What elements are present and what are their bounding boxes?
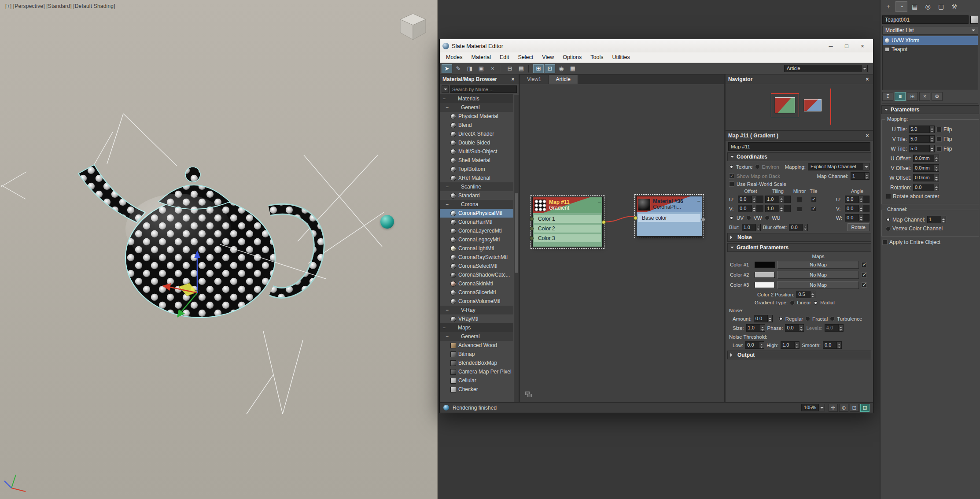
- u-angle-spinner[interactable]: 0.0: [845, 196, 869, 203]
- layout-all-button[interactable]: ⊞: [533, 64, 544, 73]
- browser-item[interactable]: CoronaHairMtl: [440, 218, 513, 226]
- navigator-material-node-thumb[interactable]: [804, 99, 822, 111]
- zoom-tool-icon[interactable]: ⊕: [839, 404, 848, 412]
- navigator-gradient-node-thumb[interactable]: [775, 97, 795, 113]
- low-spinner[interactable]: 0.0: [745, 341, 764, 349]
- menu-item[interactable]: Select: [514, 52, 538, 63]
- uv-radio[interactable]: [729, 215, 734, 220]
- layout-children-button[interactable]: ⊡: [545, 64, 555, 73]
- slot-socket[interactable]: [530, 237, 534, 240]
- vertex-color-channel-radio[interactable]: [886, 226, 891, 231]
- browser-item[interactable]: Advanced Wood: [440, 341, 513, 350]
- fractal-radio[interactable]: [805, 316, 810, 321]
- no-map-button[interactable]: No Map: [777, 281, 859, 289]
- browser-item[interactable]: CoronaLightMtl: [440, 244, 513, 253]
- browser-item[interactable]: Cellular: [440, 376, 513, 385]
- hide-unused-nodeslots-button[interactable]: ⊟: [505, 64, 515, 73]
- show-background-button[interactable]: ▤: [516, 64, 527, 73]
- menu-item[interactable]: Tools: [586, 52, 608, 63]
- spinner-up-icon[interactable]: [934, 174, 939, 178]
- object-name-field[interactable]: [882, 15, 969, 24]
- mapping-dropdown[interactable]: Explicit Map Channel: [808, 163, 869, 170]
- rollout-coordinates[interactable]: Coordinates: [727, 152, 871, 161]
- high-spinner[interactable]: 1.0: [781, 341, 799, 349]
- v-tile-checkbox[interactable]: [811, 206, 816, 211]
- u-tile-checkbox[interactable]: [811, 197, 816, 202]
- v-mirror-checkbox[interactable]: [797, 206, 802, 211]
- browser-item[interactable]: CoronaSelectMtl: [440, 262, 513, 270]
- gradient-map-node[interactable]: Map #11 Gradient − Color 1: [532, 197, 603, 247]
- browser-item[interactable]: CoronaPhysicalMtl: [440, 209, 513, 218]
- browser-item[interactable]: Double Sided: [440, 138, 513, 147]
- browser-item[interactable]: V-Ray: [440, 306, 513, 314]
- spinner-down-icon[interactable]: [756, 227, 760, 231]
- hierarchy-tab[interactable]: ▤: [909, 1, 921, 12]
- modifier-icon[interactable]: [885, 38, 889, 43]
- rollout-gradient-parameters[interactable]: Gradient Parameters: [727, 243, 871, 252]
- spinner-down-icon[interactable]: [865, 176, 869, 180]
- slot-socket[interactable]: [530, 217, 534, 221]
- navigator-canvas[interactable]: [726, 84, 873, 131]
- viewport-label[interactable]: [+] [Perspective] [Standard] [Default Sh…: [5, 3, 115, 9]
- v-tile-spinner[interactable]: 5.0: [909, 135, 935, 143]
- texture-radio[interactable]: [729, 164, 734, 169]
- browser-item[interactable]: Maps: [440, 323, 513, 332]
- modifier-list-dropdown[interactable]: Modifier List: [882, 26, 978, 35]
- linear-radio[interactable]: [790, 300, 795, 305]
- slot-socket[interactable]: [530, 227, 534, 231]
- browser-scrollbar[interactable]: [514, 95, 519, 402]
- tab-article[interactable]: Article: [549, 75, 578, 84]
- pan-tool-icon[interactable]: ✛: [829, 404, 838, 412]
- zoom-region-icon[interactable]: ⊞: [860, 404, 869, 412]
- slate-titlebar[interactable]: Slate Material Editor ─ □ ×: [440, 39, 873, 52]
- material-node-thumbnail[interactable]: [638, 198, 651, 211]
- browser-item[interactable]: CoronaSlicerMtl: [440, 288, 513, 297]
- select-tool-button[interactable]: ➤: [442, 64, 452, 73]
- spinner-up-icon[interactable]: [779, 205, 784, 209]
- zoom-level-dropdown[interactable]: 105%: [801, 404, 825, 411]
- size-spinner[interactable]: 1.0: [746, 324, 765, 332]
- browser-item[interactable]: Scanline: [440, 182, 513, 191]
- gradient-output-socket[interactable]: [602, 220, 606, 224]
- assign-material-to-selection-button[interactable]: ◨: [464, 64, 475, 73]
- spinner-down-icon[interactable]: [803, 227, 807, 231]
- browser-item[interactable]: General: [440, 103, 513, 112]
- modifier-stack-row[interactable]: Teapot: [883, 45, 978, 54]
- browser-item[interactable]: Materials: [440, 94, 513, 103]
- spinner-down-icon[interactable]: [930, 139, 934, 143]
- menu-item[interactable]: Edit: [495, 52, 514, 63]
- material-output-socket[interactable]: [701, 218, 705, 222]
- browser-item[interactable]: Multi/Sub-Object: [440, 147, 513, 156]
- menu-item[interactable]: Options: [558, 52, 586, 63]
- spinner-up-icon[interactable]: [941, 216, 946, 220]
- display-tab[interactable]: ▢: [935, 1, 947, 12]
- u-flip-checkbox[interactable]: [936, 127, 942, 132]
- spinner-down-icon[interactable]: [934, 188, 939, 191]
- turbulence-radio[interactable]: [830, 316, 835, 321]
- spinner-down-icon[interactable]: [941, 220, 946, 223]
- browser-item[interactable]: Checker: [440, 385, 513, 394]
- spinner-down-icon[interactable]: [934, 159, 939, 162]
- v-angle-spinner[interactable]: 0.0: [845, 205, 869, 212]
- blur-spinner[interactable]: 1.0: [742, 224, 761, 231]
- pick-material-from-object-button[interactable]: ✎: [453, 64, 464, 73]
- map-channel-spinner-cp[interactable]: 1: [927, 216, 946, 223]
- map-enable-checkbox[interactable]: [862, 262, 867, 267]
- spinner-up-icon[interactable]: [934, 184, 939, 188]
- browser-item[interactable]: Blend: [440, 121, 513, 129]
- browser-item[interactable]: VRayMtl: [440, 314, 513, 323]
- environ-radio[interactable]: [755, 164, 760, 169]
- spinner-down-icon[interactable]: [752, 200, 756, 203]
- map-channel-spinner[interactable]: 1: [851, 172, 869, 180]
- spinner-down-icon[interactable]: [839, 328, 843, 332]
- color-swatch[interactable]: [755, 282, 775, 288]
- rotate-about-center-checkbox[interactable]: [886, 194, 891, 199]
- toolbar-button[interactable]: [500, 65, 503, 73]
- node-slot[interactable]: Color 3: [534, 234, 601, 242]
- radial-radio[interactable]: [813, 300, 818, 305]
- no-map-button[interactable]: No Map: [777, 271, 859, 279]
- browser-item[interactable]: CoronaVolumeMtl: [440, 297, 513, 306]
- color-swatch[interactable]: [755, 262, 775, 268]
- map-enable-checkbox[interactable]: [862, 272, 867, 277]
- browser-item[interactable]: CoronaLayeredMtl: [440, 226, 513, 235]
